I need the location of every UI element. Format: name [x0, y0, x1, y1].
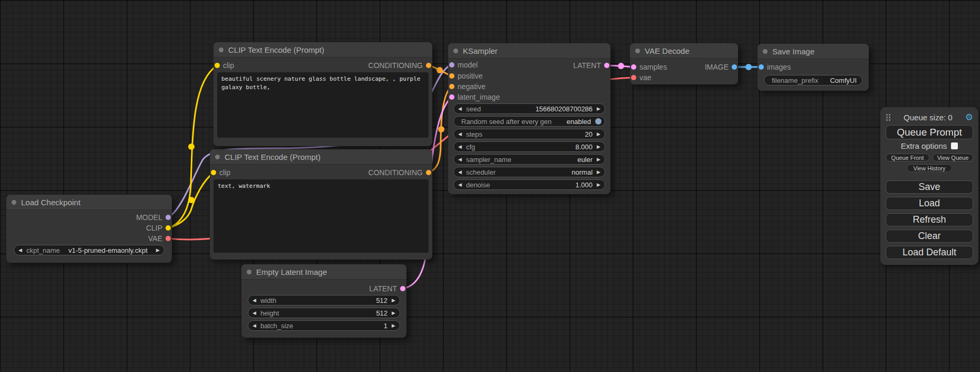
decrement-arrow-icon[interactable]: ◀ [458, 142, 462, 151]
ckpt-name-widget[interactable]: ◀ ckpt_name v1-5-pruned-emaonly.ckpt ▶ [14, 245, 164, 255]
random-seed-toggle-icon[interactable] [595, 118, 601, 125]
link-midpoint-dot[interactable] [188, 144, 195, 150]
node-title: VAE Decode [645, 46, 690, 55]
link-midpoint-dot[interactable] [618, 63, 624, 69]
decrement-arrow-icon[interactable]: ◀ [458, 180, 462, 189]
latent-output-pin[interactable] [604, 63, 609, 68]
increment-arrow-icon[interactable]: ▶ [392, 308, 395, 318]
queue-prompt-button[interactable]: Queue Prompt [886, 125, 973, 139]
clip-output-pin[interactable] [166, 225, 171, 231]
widget-value: 1 [384, 322, 387, 330]
model-input-pin[interactable] [449, 62, 454, 68]
negative-input-pin[interactable] [449, 84, 454, 89]
scheduler-widget[interactable]: ◀ scheduler normal ▶ [453, 167, 605, 177]
view-queue-button[interactable]: View Queue [933, 154, 973, 161]
gear-icon[interactable]: ⚙ [965, 113, 973, 122]
denoise-widget[interactable]: ◀ denoise 1.000 ▶ [453, 179, 605, 190]
collapse-dot-icon[interactable] [247, 270, 251, 274]
increment-arrow-icon[interactable]: ▶ [597, 180, 600, 189]
node-clip-text-encode-positive[interactable]: CLIP Text Encode (Prompt) clip CONDITION… [214, 42, 432, 146]
node-titlebar[interactable]: Load Checkpoint [6, 195, 172, 210]
save-button[interactable]: Save [886, 180, 973, 194]
model-output-pin[interactable] [166, 215, 171, 220]
increment-arrow-icon[interactable]: ▶ [597, 129, 600, 139]
drag-handle-icon[interactable] [886, 113, 891, 121]
link-midpoint-dot[interactable] [436, 67, 443, 73]
increment-arrow-icon[interactable]: ▶ [392, 321, 395, 330]
decrement-arrow-icon[interactable]: ◀ [253, 321, 256, 330]
collapse-dot-icon[interactable] [763, 49, 768, 54]
node-titlebar[interactable]: CLIP Text Encode (Prompt) [214, 42, 432, 58]
input-label-samples: samples [639, 62, 667, 72]
negative-prompt-textarea[interactable]: text, watermark [214, 179, 429, 253]
load-button[interactable]: Load [886, 197, 973, 210]
clip-input-pin[interactable] [215, 63, 220, 68]
conditioning-output-pin[interactable] [426, 170, 431, 175]
node-titlebar[interactable]: KSampler [448, 43, 610, 59]
decrement-arrow-icon[interactable]: ◀ [458, 167, 462, 177]
output-label-conditioning: CONDITIONING [368, 61, 423, 70]
vae-output-pin[interactable] [166, 236, 171, 241]
filename-prefix-widget[interactable]: filename_prefix ComfyUI [764, 75, 862, 85]
latent-image-input-pin[interactable] [449, 94, 454, 100]
positive-input-pin[interactable] [449, 73, 454, 79]
positive-prompt-textarea[interactable]: beautiful scenery nature glass bottle la… [217, 72, 429, 138]
node-load-checkpoint[interactable]: Load Checkpoint MODEL CLIP VAE ◀ ckpt_na… [6, 195, 172, 263]
height-widget[interactable]: ◀ height 512 ▶ [248, 308, 400, 318]
node-titlebar[interactable]: CLIP Text Encode (Prompt) [210, 149, 432, 165]
vae-input-pin[interactable] [631, 75, 636, 80]
output-label-clip: CLIP [146, 223, 162, 233]
increment-arrow-icon[interactable]: ▶ [392, 295, 395, 305]
collapse-dot-icon[interactable] [215, 155, 220, 159]
queue-front-button[interactable]: Queue Front [886, 154, 929, 161]
load-default-button[interactable]: Load Default [886, 246, 973, 259]
decrement-arrow-icon[interactable]: ◀ [253, 295, 256, 305]
extra-options-checkbox[interactable] [951, 142, 958, 149]
image-output-pin[interactable] [732, 64, 737, 70]
decrement-arrow-icon[interactable]: ◀ [253, 308, 256, 318]
input-label-vae: vae [639, 73, 652, 82]
increment-arrow-icon[interactable]: ▶ [597, 167, 600, 177]
collapse-dot-icon[interactable] [12, 200, 16, 205]
conditioning-output-pin[interactable] [426, 63, 431, 68]
link-midpoint-dot[interactable] [745, 64, 752, 70]
output-label-conditioning: CONDITIONING [368, 168, 423, 177]
refresh-button[interactable]: Refresh [886, 213, 973, 226]
clip-input-pin[interactable] [211, 170, 216, 175]
node-titlebar[interactable]: Empty Latent Image [241, 264, 406, 280]
clear-button[interactable]: Clear [886, 230, 973, 243]
node-titlebar[interactable]: VAE Decode [630, 43, 738, 59]
decrement-arrow-icon[interactable]: ◀ [458, 104, 462, 113]
node-ksampler[interactable]: KSampler model positive negative latent_… [448, 43, 610, 194]
link-midpoint-dot[interactable] [188, 197, 195, 203]
increment-arrow-icon[interactable]: ▶ [156, 245, 160, 255]
collapse-dot-icon[interactable] [453, 49, 458, 53]
latent-output-pin[interactable] [400, 286, 405, 291]
decrement-arrow-icon[interactable]: ◀ [18, 245, 22, 255]
node-save-image[interactable]: Save Image images filename_prefix ComfyU… [758, 44, 869, 91]
random-seed-widget[interactable]: Random seed after every gen enabled [453, 116, 605, 127]
increment-arrow-icon[interactable]: ▶ [597, 155, 600, 164]
samples-input-pin[interactable] [631, 64, 636, 70]
batch-size-widget[interactable]: ◀ batch_size 1 ▶ [248, 320, 400, 331]
node-empty-latent-image[interactable]: Empty Latent Image LATENT ◀ width 512 ▶ … [241, 264, 406, 338]
comfyui-canvas[interactable]: { "colors": { "model": "#B39DDB", "clip"… [0, 0, 980, 372]
view-history-button[interactable]: View History [907, 164, 952, 172]
decrement-arrow-icon[interactable]: ◀ [458, 129, 462, 139]
width-widget[interactable]: ◀ width 512 ▶ [248, 295, 400, 306]
increment-arrow-icon[interactable]: ▶ [597, 104, 600, 113]
steps-widget[interactable]: ◀ steps 20 ▶ [453, 129, 605, 139]
node-vae-decode[interactable]: VAE Decode samples vae IMAGE [630, 43, 738, 84]
node-clip-text-encode-negative[interactable]: CLIP Text Encode (Prompt) clip CONDITION… [210, 149, 432, 260]
decrement-arrow-icon[interactable]: ◀ [458, 155, 462, 164]
node-titlebar[interactable]: Save Image [758, 44, 869, 59]
collapse-dot-icon[interactable] [219, 47, 224, 52]
collapse-dot-icon[interactable] [635, 49, 640, 53]
link-midpoint-dot[interactable] [438, 126, 444, 132]
widget-value: 156680208700286 [536, 105, 593, 113]
images-input-pin[interactable] [759, 64, 764, 70]
increment-arrow-icon[interactable]: ▶ [597, 142, 600, 151]
seed-widget[interactable]: ◀ seed 156680208700286 ▶ [453, 103, 605, 114]
sampler-name-widget[interactable]: ◀ sampler_name euler ▶ [453, 154, 605, 165]
cfg-widget[interactable]: ◀ cfg 8.000 ▶ [453, 141, 605, 152]
